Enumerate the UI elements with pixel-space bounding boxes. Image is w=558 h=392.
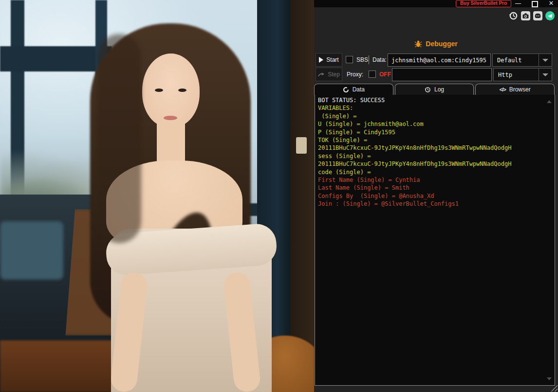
photo-wallpaper bbox=[0, 0, 314, 392]
resize-grip[interactable] bbox=[551, 385, 558, 392]
photo-person-lips bbox=[164, 116, 177, 120]
photo-wall bbox=[290, 0, 314, 392]
console-output[interactable]: BOT STATUS: SUCCESSVARIABLES: (Single) =… bbox=[315, 95, 555, 386]
camera-icon[interactable] bbox=[521, 11, 530, 20]
play-icon bbox=[319, 57, 323, 63]
tab-log-label: Log bbox=[434, 86, 444, 93]
tab-data[interactable]: Data bbox=[314, 84, 393, 95]
proxy-type-dropdown[interactable]: Http bbox=[493, 68, 552, 81]
buy-pro-button[interactable]: Buy SilverBullet Pro bbox=[456, 0, 511, 7]
debugger-header: Debugger bbox=[314, 40, 558, 48]
photo-person-eye bbox=[155, 89, 163, 92]
console-line: 20111BHuC7kcxuC-9JtyJPKpY4n8nHfDhg19s3WN… bbox=[318, 160, 548, 168]
console-line: Join : (Single) = @SilverBullet_Configs1 bbox=[318, 200, 548, 208]
proxy-type-selected: Http bbox=[494, 71, 539, 78]
tab-browser-label: Browser bbox=[509, 86, 531, 93]
config-dropdown[interactable]: Default bbox=[492, 53, 552, 67]
app-window: Buy SilverBullet Pro — ✕ bbox=[0, 0, 558, 392]
code-icon: </> bbox=[500, 87, 506, 92]
console-line: 20111BHuC7kcxuC-9JtyJPKpY4n8nHfDhg19s3WN… bbox=[318, 144, 548, 152]
console-line: BOT STATUS: SUCCESS bbox=[318, 96, 548, 104]
start-button[interactable]: Start bbox=[316, 53, 342, 67]
maximize-icon bbox=[532, 1, 538, 7]
step-label: Step bbox=[328, 71, 340, 78]
chevron-down-icon bbox=[539, 59, 552, 62]
telegram-icon[interactable] bbox=[545, 11, 555, 20]
photo-person-eye bbox=[178, 89, 186, 92]
discord-icon[interactable] bbox=[533, 11, 542, 20]
photo-person-neck bbox=[157, 122, 185, 165]
console-line: P (Single) = Cindy1595 bbox=[318, 128, 548, 136]
title-bar: Buy SilverBullet Pro — ✕ bbox=[314, 0, 558, 7]
history-icon[interactable] bbox=[509, 11, 518, 20]
debugger-title: Debugger bbox=[426, 40, 457, 48]
tab-log[interactable]: Log bbox=[395, 84, 474, 95]
console-line: sess (Single) = bbox=[318, 152, 548, 160]
sbs-checkbox[interactable] bbox=[346, 56, 353, 63]
console-line: VARIABLES: bbox=[318, 104, 548, 112]
tab-bar: Data Log </> Browser bbox=[314, 84, 555, 95]
data-input[interactable] bbox=[388, 53, 491, 67]
console-line: First Name (Single) = Cynthia bbox=[318, 176, 548, 184]
quick-toolbar bbox=[509, 11, 555, 20]
data-icon bbox=[343, 87, 349, 93]
maximize-button[interactable] bbox=[529, 0, 540, 7]
chevron-down-icon bbox=[539, 73, 552, 76]
step-icon bbox=[318, 72, 325, 77]
data-label: Data: bbox=[372, 53, 387, 67]
tab-browser[interactable]: </> Browser bbox=[475, 84, 555, 95]
config-selected: Default bbox=[493, 57, 539, 64]
scroll-up-icon[interactable] bbox=[547, 100, 552, 103]
scroll-down-icon[interactable] bbox=[547, 377, 552, 380]
console-line: TOK (Single) = bbox=[318, 136, 548, 144]
close-button[interactable]: ✕ bbox=[546, 0, 557, 7]
minimize-button[interactable]: — bbox=[513, 0, 523, 7]
tab-data-label: Data bbox=[353, 86, 365, 93]
console-line: Last Name (Single) = Smith bbox=[318, 184, 548, 192]
log-history-icon bbox=[425, 87, 431, 93]
photo-table bbox=[0, 221, 63, 280]
console-line: code (Single) = bbox=[318, 168, 548, 176]
step-button[interactable]: Step bbox=[316, 68, 342, 81]
photo-light-switch bbox=[296, 137, 307, 154]
console-line: (Single) = bbox=[318, 112, 548, 120]
debugger-panel: Buy SilverBullet Pro — ✕ bbox=[314, 0, 558, 392]
proxy-checkbox[interactable] bbox=[369, 71, 376, 78]
bug-icon bbox=[414, 40, 422, 48]
start-label: Start bbox=[326, 56, 338, 63]
sbs-label: SBS bbox=[356, 53, 368, 67]
console-line: Configs By (Single) = @Anusha_Xd bbox=[318, 192, 548, 200]
proxy-input[interactable] bbox=[392, 68, 492, 81]
console-line: U (Single) = jchnsmith@aol.com bbox=[318, 120, 548, 128]
proxy-label: Proxy: bbox=[347, 68, 363, 81]
photo-person-hair-front bbox=[97, 34, 141, 243]
separator bbox=[369, 55, 369, 64]
proxy-status: OFF bbox=[379, 68, 391, 81]
